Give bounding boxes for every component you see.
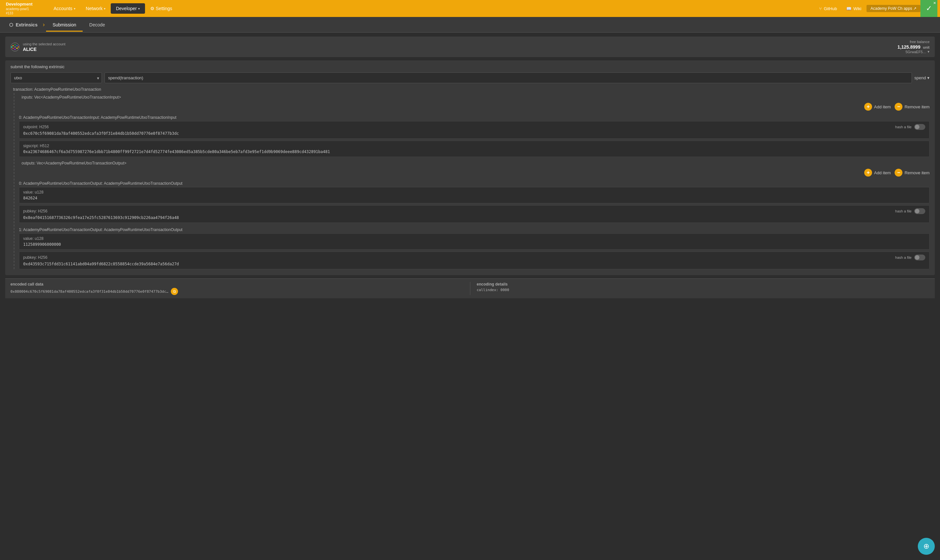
toggle-knob	[915, 125, 920, 129]
bottom-bar: encoded call data 0x080004c670c5f69081da…	[5, 278, 935, 298]
sigscript-label: sigscript: H512	[23, 144, 49, 148]
check-icon: ✓	[926, 4, 932, 13]
pubkey-0-block: pubkey: H256 hash a file 0x8eaf041516877…	[19, 205, 929, 223]
toggle-switch[interactable]	[914, 124, 925, 130]
accessibility-icon: ⊕	[923, 542, 929, 551]
brand-sub1: academy-pow/1	[6, 7, 29, 11]
pubkey-1-label: pubkey: H256	[23, 255, 47, 260]
encoded-section: encoded call data 0x080004c670c5f69081da…	[11, 282, 463, 295]
tab-submission[interactable]: Submission	[46, 18, 83, 32]
add-input-item-button[interactable]: + Add item	[864, 103, 891, 111]
hash-file-toggle-pubkey0[interactable]: hash a file	[895, 208, 925, 214]
pubkey-0-label: pubkey: H256	[23, 209, 47, 214]
pubkey-1-block: pubkey: H256 hash a file 0xd43593c715fdd…	[19, 252, 929, 269]
nav-brand: Development academy-pow/1 #133	[3, 0, 48, 17]
tx-inner: inputs: Vec<AcademyPowRuntimeUtxoTransac…	[14, 93, 929, 269]
outpoint-label: outpoint: H256	[23, 125, 49, 129]
value-0-value: 842624	[23, 196, 925, 200]
outpoint-header: outpoint: H256 hash a file	[23, 124, 925, 130]
nav-right: ⑂ GitHub 📖 Wiki Academy PoW Ch apps ↗	[815, 4, 920, 13]
minus-icon: −	[895, 103, 903, 111]
encoding-title: encoding details	[477, 282, 930, 286]
pubkey-1-header: pubkey: H256 hash a file	[23, 255, 925, 260]
value-1-label: value: u128	[23, 236, 43, 241]
account-name: ALICE	[23, 47, 898, 52]
svg-point-2	[14, 44, 16, 45]
toggle-switch[interactable]	[914, 255, 925, 260]
account-using-label: using the selected account	[23, 42, 898, 46]
copy-button[interactable]: ⧉	[171, 288, 178, 295]
svg-point-5	[14, 49, 16, 50]
svg-point-1	[12, 45, 14, 46]
call-display: spend(transaction)	[105, 72, 912, 83]
output-0-label: 0: AcademyPowRuntimeUtxoTransactionOutpu…	[19, 178, 929, 187]
minus-icon: −	[895, 169, 903, 177]
account-bar: using the selected account ALICE free ba…	[5, 37, 935, 57]
balance-address[interactable]: 5GrwaEF5… ▾	[898, 49, 929, 54]
nav-settings-label: Settings	[156, 6, 173, 11]
nav-network-label: Network	[86, 6, 103, 11]
extrinsics-label: Extrinsics	[16, 22, 37, 28]
toggle-switch[interactable]	[914, 208, 925, 214]
outpoint-block: outpoint: H256 hash a file 0xc670c5f6908…	[19, 121, 929, 139]
plus-icon: +	[864, 169, 872, 177]
module-select[interactable]: utxo	[11, 72, 102, 83]
remove-output-item-button[interactable]: − Remove item	[895, 169, 929, 177]
add-output-item-button[interactable]: + Add item	[864, 169, 891, 177]
plus-icon: +	[864, 103, 872, 111]
toggle-knob	[915, 255, 920, 260]
sigscript-value: 0xa23674686467cf6a3d755987276e1dbb71b480…	[23, 149, 925, 154]
accessibility-button[interactable]: ⊕	[918, 538, 935, 555]
hash-file-toggle-outpoint[interactable]: hash a file	[895, 124, 925, 130]
nav-developer-label: Developer	[116, 6, 137, 11]
svg-point-9	[14, 46, 16, 48]
wiki-icon: 📖	[846, 6, 852, 11]
spend-arrow-icon: ▾	[927, 75, 929, 80]
brand-sub2: #133	[6, 11, 13, 15]
encoded-value: 0x080004c670c5f69081da78af400552edcafa3f…	[11, 289, 168, 294]
value-0-label: value: u128	[23, 190, 43, 194]
extrinsic-container: submit the following extrinsic utxo ▾ sp…	[5, 60, 935, 275]
outputs-label: outputs: Vec<AcademyPowRuntimeUtxoTransa…	[19, 159, 929, 167]
nav-accounts[interactable]: Accounts ▾	[48, 3, 81, 14]
toggle-knob	[915, 209, 920, 214]
close-icon[interactable]: ✕	[933, 1, 936, 5]
hash-file-toggle-pubkey1[interactable]: hash a file	[895, 255, 925, 260]
svg-point-4	[12, 48, 14, 49]
extrinsics-icon: ⬡	[9, 22, 13, 28]
nav-github[interactable]: ⑂ GitHub	[815, 4, 841, 13]
svg-point-3	[16, 45, 18, 46]
nav-developer[interactable]: Developer ▾	[111, 3, 145, 14]
nav-network[interactable]: Network ▾	[81, 3, 111, 14]
balance-value: 1,125.8999 unit	[898, 45, 929, 49]
tab-section-extrinsics: ⬡ Extrinsics	[5, 22, 42, 28]
account-info: using the selected account ALICE	[23, 42, 898, 52]
tabs-bar: ⬡ Extrinsics › Submission Decode	[0, 17, 940, 32]
extrinsic-title: submit the following extrinsic	[11, 64, 929, 69]
sigscript-block: sigscript: H512 0xa23674686467cf6a3d7559…	[19, 141, 929, 157]
account-balance: free balance 1,125.8999 unit 5GrwaEF5… ▾	[898, 40, 929, 54]
value-0-block: value: u128 842624	[19, 187, 929, 203]
settings-icon: ⚙	[150, 6, 154, 11]
sigscript-header: sigscript: H512	[23, 144, 925, 148]
nav-wiki[interactable]: 📖 Wiki	[842, 4, 866, 13]
brand-title: Development	[6, 2, 32, 7]
nav-check[interactable]: ✓ ✕	[920, 0, 937, 17]
chevron-down-icon: ▾	[138, 7, 140, 11]
nav-academy: Academy PoW Ch apps ↗	[866, 5, 920, 12]
remove-input-item-button[interactable]: − Remove item	[895, 103, 929, 111]
tx-container: transaction: AcademyPowRuntimeUtxoTransa…	[11, 85, 929, 269]
chevron-down-icon: ▾	[74, 7, 76, 11]
address-chevron-icon: ▾	[928, 49, 929, 54]
svg-point-7	[11, 46, 12, 48]
nav-settings[interactable]: ⚙ Settings	[145, 3, 178, 14]
encoding-callindex: callindex: 0000	[477, 288, 930, 292]
chevron-down-icon: ▾	[104, 7, 105, 11]
pubkey-0-value: 0x8eaf04151687736326c9fea17e25fc52876136…	[23, 215, 925, 220]
inputs-label: inputs: Vec<AcademyPowRuntimeUtxoTransac…	[19, 93, 929, 101]
tab-decode[interactable]: Decode	[83, 18, 111, 32]
pubkey-0-header: pubkey: H256 hash a file	[23, 208, 925, 214]
extrinsic-row: utxo ▾ spend(transaction) spend ▾	[11, 72, 929, 83]
tx-section-label: transaction: AcademyPowRuntimeUtxoTransa…	[11, 85, 929, 93]
github-icon: ⑂	[819, 6, 822, 11]
